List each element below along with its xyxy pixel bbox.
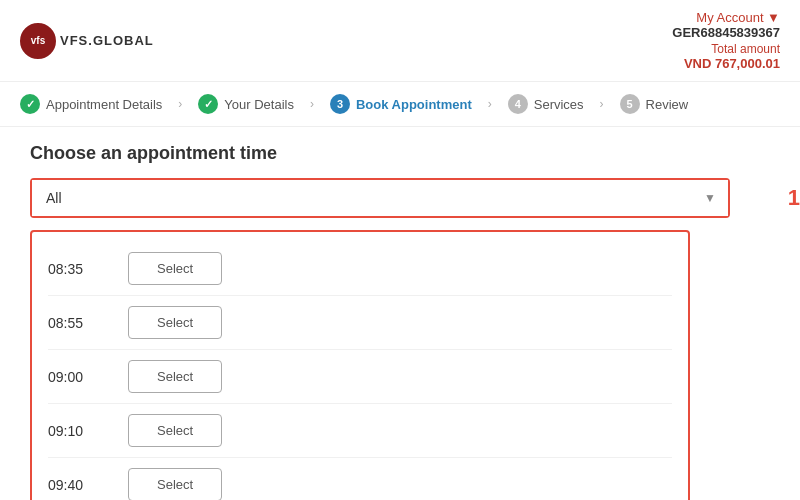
logo-text: VFS.GLOBAL bbox=[60, 33, 154, 48]
step-label-review: Review bbox=[646, 97, 689, 112]
timeslot-select-button[interactable]: Select bbox=[128, 360, 222, 393]
step-sep-2: › bbox=[310, 97, 314, 111]
timeslot-time: 08:35 bbox=[48, 261, 128, 277]
step-services: 4 Services bbox=[508, 94, 584, 114]
timeslot-row: 09:00Select bbox=[48, 350, 672, 404]
section-title: Choose an appointment time bbox=[30, 143, 770, 164]
total-amount-label: Total amount bbox=[672, 42, 780, 56]
main-content: Choose an appointment time All ▼ 1 08:35… bbox=[0, 127, 800, 500]
step-icon-book: 3 bbox=[330, 94, 350, 114]
vfs-logo-icon: vfs bbox=[20, 23, 56, 59]
step-appointment-details: ✓ Appointment Details bbox=[20, 94, 162, 114]
step-icon-services: 4 bbox=[508, 94, 528, 114]
step-icon-review: 5 bbox=[620, 94, 640, 114]
header: vfs VFS.GLOBAL My Account ▼ GER688458393… bbox=[0, 0, 800, 82]
step-review: 5 Review bbox=[620, 94, 689, 114]
step-book-appointment: 3 Book Appointment bbox=[330, 94, 472, 114]
timeslot-row: 08:55Select bbox=[48, 296, 672, 350]
step-label-details: Your Details bbox=[224, 97, 294, 112]
account-id: GER68845839367 bbox=[672, 25, 780, 40]
timeslot-time: 09:10 bbox=[48, 423, 128, 439]
step-sep-4: › bbox=[600, 97, 604, 111]
step-icon-appointment: ✓ bbox=[20, 94, 40, 114]
timeslot-row: 09:40Select bbox=[48, 458, 672, 500]
step-label-services: Services bbox=[534, 97, 584, 112]
timeslot-row: 09:10Select bbox=[48, 404, 672, 458]
steps-bar: ✓ Appointment Details › ✓ Your Details ›… bbox=[0, 82, 800, 127]
logo-area: vfs VFS.GLOBAL bbox=[20, 23, 154, 59]
step-your-details: ✓ Your Details bbox=[198, 94, 294, 114]
filter-dropdown-wrapper: All ▼ bbox=[30, 178, 730, 218]
filter-dropdown[interactable]: All bbox=[32, 180, 728, 216]
timeslot-time: 09:00 bbox=[48, 369, 128, 385]
timeslot-row: 08:35Select bbox=[48, 242, 672, 296]
timeslot-time: 08:55 bbox=[48, 315, 128, 331]
step-label-book: Book Appointment bbox=[356, 97, 472, 112]
annotation-1: 1 bbox=[788, 185, 800, 211]
timeslot-select-button[interactable]: Select bbox=[128, 414, 222, 447]
step-sep-3: › bbox=[488, 97, 492, 111]
timeslot-time: 09:40 bbox=[48, 477, 128, 493]
timeslot-select-button[interactable]: Select bbox=[128, 252, 222, 285]
timeslot-select-button[interactable]: Select bbox=[128, 468, 222, 500]
timeslots-box: 08:35Select08:55Select09:00Select09:10Se… bbox=[30, 230, 690, 500]
step-sep-1: › bbox=[178, 97, 182, 111]
step-label-appointment: Appointment Details bbox=[46, 97, 162, 112]
timeslot-select-button[interactable]: Select bbox=[128, 306, 222, 339]
total-amount-value: VND 767,000.01 bbox=[672, 56, 780, 71]
step-icon-details: ✓ bbox=[198, 94, 218, 114]
header-right: My Account ▼ GER68845839367 Total amount… bbox=[672, 10, 780, 71]
my-account-link[interactable]: My Account ▼ bbox=[672, 10, 780, 25]
